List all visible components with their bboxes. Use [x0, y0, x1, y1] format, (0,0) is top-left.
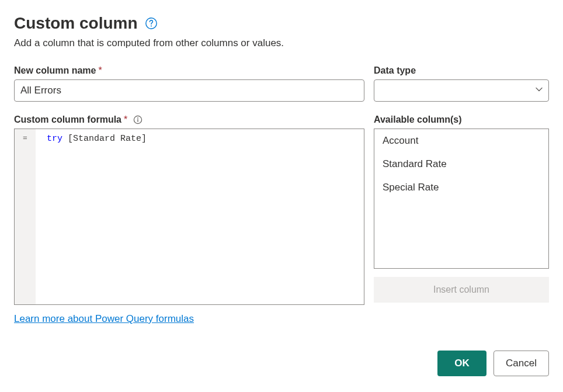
formula-editor[interactable]: = try [Standard Rate] — [14, 129, 364, 305]
available-columns-list[interactable]: Account Standard Rate Special Rate — [374, 129, 549, 269]
ok-button[interactable]: OK — [437, 351, 486, 376]
list-item[interactable]: Account — [374, 129, 548, 152]
required-marker: * — [124, 115, 127, 125]
data-type-label: Data type — [374, 65, 549, 76]
data-type-select[interactable] — [374, 79, 549, 102]
info-icon[interactable] — [133, 115, 143, 124]
help-icon[interactable] — [145, 17, 158, 30]
formula-gutter: = — [15, 129, 36, 304]
formula-body[interactable]: try [Standard Rate] — [36, 129, 364, 304]
required-marker: * — [98, 65, 102, 76]
cancel-button[interactable]: Cancel — [494, 351, 549, 376]
available-columns-label: Available column(s) — [374, 115, 549, 125]
dialog-subtitle: Add a column that is computed from other… — [14, 37, 549, 49]
learn-more-link[interactable]: Learn more about Power Query formulas — [14, 313, 194, 325]
dialog-title: Custom column — [14, 14, 138, 33]
insert-column-button[interactable]: Insert column — [374, 277, 549, 303]
list-item[interactable]: Special Rate — [374, 176, 548, 199]
formula-label: Custom column formula * — [14, 115, 364, 125]
column-name-input[interactable] — [14, 79, 364, 102]
list-item[interactable]: Standard Rate — [374, 152, 548, 176]
svg-point-1 — [151, 26, 152, 27]
column-name-label: New column name * — [14, 65, 364, 76]
svg-point-3 — [137, 117, 138, 119]
svg-rect-4 — [138, 119, 138, 122]
